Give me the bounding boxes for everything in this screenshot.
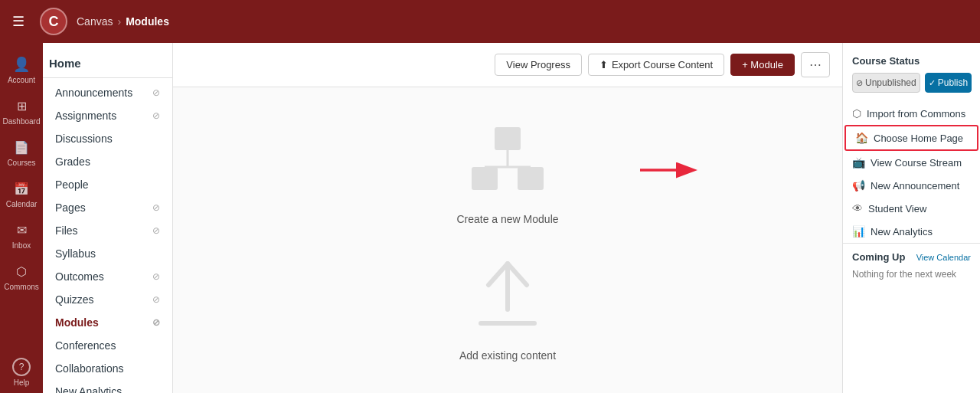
course-nav-outcomes[interactable]: Outcomes ⊘ bbox=[43, 265, 172, 288]
home-page-icon: 🏠 bbox=[855, 132, 868, 144]
main-layout: 👤 Account ⊞ Dashboard 📄 Courses 📅 Calend… bbox=[0, 43, 980, 393]
assignments-visibility-icon: ⊘ bbox=[152, 110, 160, 121]
sidebar-label-account: Account bbox=[8, 76, 35, 84]
add-content-section: Add existing content bbox=[459, 256, 556, 362]
right-panel: Course Status ⊘ Unpublished ✓ Publish ⬡ … bbox=[842, 43, 980, 393]
modules-visibility-icon: ⊘ bbox=[152, 317, 160, 328]
student-view-icon: 👁 bbox=[852, 202, 863, 215]
view-course-stream-link[interactable]: 📺 View Course Stream bbox=[843, 151, 980, 174]
sidebar-label-commons: Commons bbox=[4, 283, 39, 291]
add-module-button[interactable]: + Module bbox=[730, 54, 795, 76]
announcements-visibility-icon: ⊘ bbox=[152, 87, 160, 98]
course-nav-collaborations[interactable]: Collaborations bbox=[43, 357, 172, 380]
unpublished-icon: ⊘ bbox=[856, 78, 863, 88]
sidebar-label-calendar: Calendar bbox=[6, 200, 38, 208]
course-stream-icon: 📺 bbox=[852, 156, 865, 169]
course-nav-files[interactable]: Files ⊘ bbox=[43, 219, 172, 242]
coming-up-section: Coming Up View Calendar Nothing for the … bbox=[843, 243, 980, 281]
sidebar-item-courses[interactable]: 📄 Courses bbox=[0, 132, 43, 173]
more-options-button[interactable]: ⋯ bbox=[801, 52, 830, 77]
course-status-section: Course Status ⊘ Unpublished ✓ Publish bbox=[843, 52, 980, 93]
svg-rect-0 bbox=[495, 127, 521, 150]
quizzes-visibility-icon: ⊘ bbox=[152, 294, 160, 305]
new-announcement-link[interactable]: 📢 New Announcement bbox=[843, 174, 980, 197]
coming-up-header: Coming Up View Calendar bbox=[843, 251, 980, 267]
inbox-icon: ✉ bbox=[12, 221, 31, 239]
new-analytics-link[interactable]: 📊 New Analytics bbox=[843, 220, 980, 243]
course-nav-announcements[interactable]: Announcements ⊘ bbox=[43, 81, 172, 104]
view-calendar-link[interactable]: View Calendar bbox=[916, 253, 971, 262]
publish-button[interactable]: ✓ Publish bbox=[925, 73, 972, 93]
student-view-link[interactable]: 👁 Student View bbox=[843, 197, 980, 220]
breadcrumb: Canvas › Modules bbox=[77, 15, 169, 28]
canvas-logo: C bbox=[40, 8, 67, 35]
top-bar: ☰ C Canvas › Modules bbox=[0, 0, 980, 43]
sidebar-item-inbox[interactable]: ✉ Inbox bbox=[0, 215, 43, 256]
sidebar-label-courses: Courses bbox=[7, 159, 35, 167]
course-nav: Home Announcements ⊘ Assignments ⊘ Discu… bbox=[43, 43, 173, 393]
outcomes-visibility-icon: ⊘ bbox=[152, 271, 160, 282]
coming-up-title: Coming Up bbox=[852, 251, 905, 263]
choose-home-page-link[interactable]: 🏠 Choose Home Page bbox=[844, 125, 978, 151]
create-module-section: Create a new Module bbox=[456, 120, 558, 225]
content-area-wrapper: View Progress ⬆ Export Course Content + … bbox=[173, 43, 842, 393]
course-nav-pages[interactable]: Pages ⊘ bbox=[43, 196, 172, 219]
create-module-label: Create a new Module bbox=[456, 213, 558, 225]
breadcrumb-separator: › bbox=[117, 15, 121, 28]
export-course-content-button[interactable]: ⬆ Export Course Content bbox=[588, 54, 724, 76]
course-nav-assignments[interactable]: Assignments ⊘ bbox=[43, 104, 172, 127]
svg-rect-1 bbox=[472, 167, 498, 190]
help-icon: ? bbox=[12, 358, 31, 376]
sidebar-label-inbox: Inbox bbox=[12, 241, 31, 250]
sidebar-item-help[interactable]: ? Help bbox=[0, 352, 43, 393]
import-from-commons-link[interactable]: ⬡ Import from Commons bbox=[843, 102, 980, 125]
course-nav-conferences[interactable]: Conferences bbox=[43, 334, 172, 357]
add-content-label: Add existing content bbox=[459, 349, 556, 362]
commons-small-icon: ⬡ bbox=[852, 107, 861, 120]
commons-icon: ⬡ bbox=[12, 262, 31, 280]
analytics-icon: 📊 bbox=[852, 225, 865, 237]
pages-visibility-icon: ⊘ bbox=[152, 202, 160, 213]
sidebar-item-dashboard[interactable]: ⊞ Dashboard bbox=[0, 90, 43, 132]
course-nav-quizzes[interactable]: Quizzes ⊘ bbox=[43, 288, 172, 311]
breadcrumb-current: Modules bbox=[126, 15, 169, 28]
export-icon: ⬆ bbox=[599, 59, 608, 70]
files-visibility-icon: ⊘ bbox=[152, 225, 160, 236]
content-toolbar: View Progress ⬆ Export Course Content + … bbox=[173, 43, 842, 87]
coming-up-empty: Nothing for the next week bbox=[843, 267, 980, 281]
course-nav-grades[interactable]: Grades bbox=[43, 150, 172, 173]
sidebar-label-help: Help bbox=[14, 378, 30, 387]
upload-icon bbox=[466, 256, 550, 340]
courses-icon: 📄 bbox=[12, 138, 31, 156]
course-nav-home[interactable]: Home bbox=[43, 49, 172, 78]
unpublished-button[interactable]: ⊘ Unpublished bbox=[852, 73, 920, 93]
content-body: Create a new Module Add existing content bbox=[173, 87, 842, 393]
course-nav-discussions[interactable]: Discussions bbox=[43, 127, 172, 150]
dashboard-icon: ⊞ bbox=[12, 97, 31, 115]
module-icon bbox=[466, 120, 550, 204]
sidebar-icons: 👤 Account ⊞ Dashboard 📄 Courses 📅 Calend… bbox=[0, 43, 43, 393]
breadcrumb-home[interactable]: Canvas bbox=[77, 15, 113, 28]
sidebar-label-dashboard: Dashboard bbox=[3, 117, 41, 126]
course-nav-syllabus[interactable]: Syllabus bbox=[43, 242, 172, 265]
sidebar-item-account[interactable]: 👤 Account bbox=[0, 49, 43, 90]
course-nav-new-analytics[interactable]: New Analytics bbox=[43, 380, 172, 393]
svg-rect-2 bbox=[518, 167, 544, 190]
course-nav-people[interactable]: People bbox=[43, 173, 172, 196]
course-status-title: Course Status bbox=[843, 52, 980, 73]
announcement-icon: 📢 bbox=[852, 179, 865, 192]
content-area: View Progress ⬆ Export Course Content + … bbox=[173, 43, 842, 393]
view-progress-button[interactable]: View Progress bbox=[495, 54, 582, 76]
calendar-icon: 📅 bbox=[12, 179, 31, 198]
sidebar-item-commons[interactable]: ⬡ Commons bbox=[0, 256, 43, 297]
status-buttons: ⊘ Unpublished ✓ Publish bbox=[843, 73, 980, 93]
account-icon: 👤 bbox=[12, 55, 31, 74]
hamburger-menu[interactable]: ☰ bbox=[12, 13, 24, 30]
publish-icon: ✓ bbox=[929, 78, 936, 88]
course-nav-modules[interactable]: Modules ⊘ bbox=[43, 311, 172, 334]
sidebar-item-calendar[interactable]: 📅 Calendar bbox=[0, 173, 43, 215]
